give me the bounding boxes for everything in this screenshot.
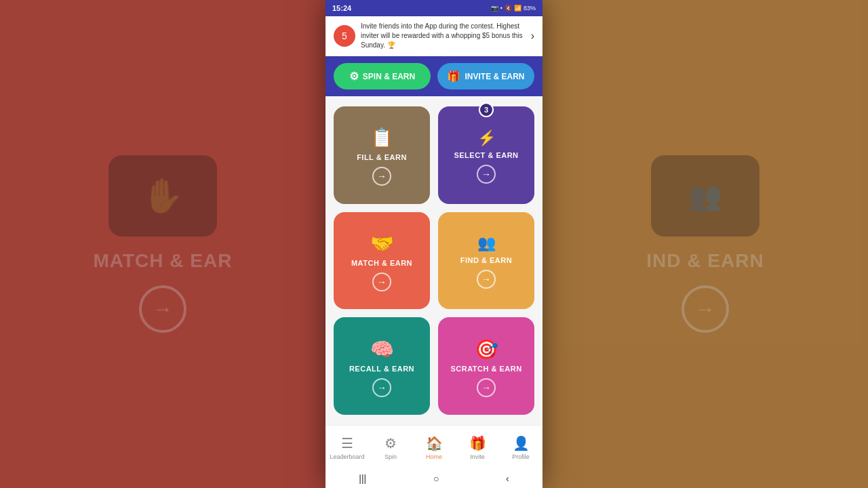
spin-icon: ⚙ [349, 70, 359, 83]
fill-earn-icon: 📋 [370, 127, 394, 149]
leaderboard-icon: ☰ [341, 435, 353, 451]
recall-earn-arrow: → [372, 378, 391, 397]
nav-home[interactable]: 🏠 Home [412, 432, 456, 464]
status-icons: 📷 • 🔇 📶 83% [491, 5, 536, 12]
scratch-earn-card[interactable]: 🎯 SCRATCH & EARN → [438, 317, 534, 415]
recall-earn-icon: 🧠 [370, 338, 394, 361]
bg-right-arrow-circle: → [682, 285, 729, 333]
bg-left-panel: ✋ MATCH & EAR → [0, 0, 326, 488]
android-home-btn[interactable]: ○ [433, 473, 439, 484]
find-earn-card[interactable]: 👥 FIND & EARN → [438, 212, 534, 310]
phone-frame: 15:24 📷 • 🔇 📶 83% 5 Invite friends into … [326, 0, 542, 488]
nav-spin[interactable]: ⚙ Spin [369, 432, 412, 464]
fill-earn-label: FILL & EARN [357, 153, 407, 161]
scratch-earn-icon: 🎯 [475, 338, 498, 361]
status-time: 15:24 [332, 4, 351, 12]
match-earn-arrow: → [372, 272, 391, 291]
find-earn-arrow: → [477, 270, 496, 289]
bg-right-panel: 👥 IND & EARN → [542, 0, 868, 488]
android-menu-btn[interactable]: ||| [359, 473, 366, 484]
select-earn-arrow: → [477, 165, 496, 184]
home-icon: 🏠 [426, 435, 443, 451]
bg-left-text: MATCH & EAR [94, 250, 233, 272]
match-earn-card[interactable]: 🤝 MATCH & EARN → [334, 212, 430, 310]
bottom-navigation: ☰ Leaderboard ⚙ Spin 🏠 Home 🎁 Invite 👤 P… [326, 425, 542, 469]
invite-nav-icon: 🎁 [469, 435, 486, 451]
scratch-earn-label: SCRATCH & EARN [450, 365, 521, 373]
match-earn-icon: 🤝 [370, 232, 394, 255]
earn-cards-grid: 📋 FILL & EARN → 3 ⚡ SELECT & EARN → 🤝 MA… [326, 96, 542, 425]
nav-invite-label: Invite [470, 453, 485, 460]
select-earn-label: SELECT & EARN [454, 151, 518, 159]
nav-profile-label: Profile [512, 453, 530, 460]
android-back-btn[interactable]: ‹ [506, 473, 509, 484]
notif-arrow-icon: › [531, 30, 534, 42]
recall-earn-label: RECALL & EARN [349, 365, 414, 373]
gift-icon: 🎁 [447, 70, 460, 83]
status-bar: 15:24 📷 • 🔇 📶 83% [326, 0, 542, 16]
bg-left-arrow-circle: → [139, 285, 186, 333]
select-earn-card[interactable]: 3 ⚡ SELECT & EARN → [438, 106, 534, 204]
spin-earn-label: SPIN & EARN [363, 72, 415, 81]
recall-earn-card[interactable]: 🧠 RECALL & EARN → [334, 317, 430, 415]
match-earn-label: MATCH & EARN [351, 259, 412, 267]
find-earn-label: FIND & EARN [460, 256, 512, 264]
find-earn-icon: 👥 [477, 235, 496, 252]
profile-icon: 👤 [513, 435, 530, 451]
nav-profile[interactable]: 👤 Profile [499, 432, 542, 464]
action-buttons-row: ⚙ SPIN & EARN 🎁 INVITE & EARN [326, 56, 542, 96]
notif-text: Invite friends into the App during the c… [361, 22, 526, 50]
spin-earn-button[interactable]: ⚙ SPIN & EARN [334, 63, 431, 89]
select-earn-icon: ⚡ [477, 129, 496, 147]
android-navigation-bar: ||| ○ ‹ [326, 469, 542, 488]
fill-earn-arrow: → [372, 167, 391, 186]
nav-leaderboard-label: Leaderboard [330, 453, 364, 460]
fill-earn-card[interactable]: 📋 FILL & EARN → [334, 106, 430, 204]
nav-home-label: Home [426, 453, 442, 460]
invite-earn-label: INVITE & EARN [465, 72, 524, 81]
bg-right-text: IND & EARN [646, 250, 764, 272]
spin-nav-icon: ⚙ [384, 435, 397, 451]
invite-earn-button[interactable]: 🎁 INVITE & EARN [437, 63, 534, 89]
notification-banner[interactable]: 5 Invite friends into the App during the… [326, 16, 542, 56]
nav-spin-label: Spin [384, 453, 397, 460]
notif-number-icon: 5 [334, 25, 355, 47]
nav-invite[interactable]: 🎁 Invite [456, 432, 499, 464]
scratch-earn-arrow: → [477, 378, 496, 397]
select-earn-badge: 3 [479, 102, 494, 117]
nav-leaderboard[interactable]: ☰ Leaderboard [326, 432, 369, 464]
